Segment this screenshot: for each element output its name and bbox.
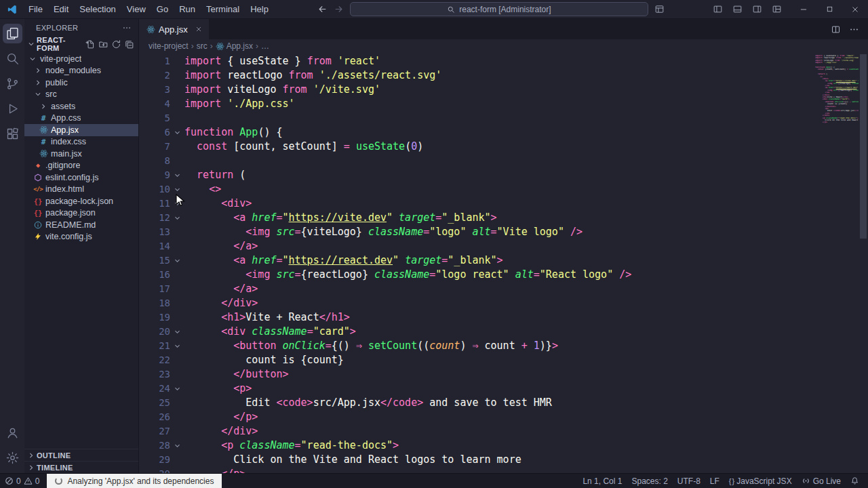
fold-toggle-icon[interactable] [170,197,184,211]
more-actions-icon[interactable] [122,23,132,33]
fold-toggle-icon[interactable] [170,339,184,353]
breadcrumb-App.jsx[interactable]: App.jsx [216,41,253,51]
status-language-mode[interactable]: { }JavaScript JSX [724,474,797,488]
code-line-4[interactable]: 4import './App.css' [139,97,868,111]
code-line-6[interactable]: 6function App() { [139,125,868,140]
fold-toggle-icon[interactable] [170,182,184,197]
code-line-27[interactable]: 27 </div> [139,424,868,439]
code-line-16[interactable]: 16 <img src={reactLogo} className="logo … [139,268,868,282]
fold-toggle-icon[interactable] [170,325,184,339]
code-line-3[interactable]: 3import viteLogo from '/vite.svg' [139,83,868,97]
nav-forward-icon[interactable] [334,4,344,14]
menu-file[interactable]: File [23,0,48,18]
code-line-2[interactable]: 2import reactLogo from './assets/react.s… [139,68,868,83]
activity-search[interactable] [0,46,24,71]
fold-toggle-icon[interactable] [170,168,184,182]
code-line-14[interactable]: 14 </a> [139,239,868,253]
menu-go[interactable]: Go [151,0,174,18]
code-line-28[interactable]: 28 <p className="read-the-docs"> [139,439,868,453]
tab-app-jsx[interactable]: App.jsx [139,19,210,39]
customize-layout-icon[interactable] [767,0,787,18]
code-line-30[interactable]: 30 </p> [139,467,868,473]
tree-item-vite-project[interactable]: vite-project [24,53,138,65]
tree-item-.gitignore[interactable]: ◆.gitignore [24,160,138,172]
status-indentation[interactable]: Spaces: 2 [627,474,672,488]
activity-explorer[interactable] [0,21,24,46]
tree-item-assets[interactable]: assets [24,100,138,113]
status-encoding[interactable]: UTF-8 [673,474,705,488]
code-line-29[interactable]: 29 Click on the Vite and React logos to … [139,453,868,467]
fold-toggle-icon[interactable] [170,382,184,396]
menu-view[interactable]: View [121,0,151,18]
status-eol[interactable]: LF [705,474,724,488]
menu-selection[interactable]: Selection [74,0,121,18]
panel-outline[interactable]: OUTLINE [24,449,138,461]
fold-toggle-icon[interactable] [170,211,184,225]
new-folder-icon[interactable] [98,39,108,49]
command-center-search[interactable]: react-form [Administrator] [350,2,648,16]
code-line-12[interactable]: 12 <a href="https://vite.dev" target="_b… [139,211,868,225]
breadcrumb-vite-project[interactable]: vite-project [149,41,189,51]
code-line-25[interactable]: 25 Edit <code>src/App.jsx</code> and sav… [139,396,868,410]
activity-settings[interactable] [0,445,24,470]
code-line-1[interactable]: 1import { useState } from 'react' [139,54,868,68]
code-line-17[interactable]: 17 </a> [139,282,868,296]
code-editor[interactable]: 1import { useState } from 'react'2import… [139,53,868,473]
tree-item-public[interactable]: public [24,77,138,89]
code-line-19[interactable]: 19 <h1>Vite + React</h1> [139,310,868,325]
tree-item-index.html[interactable]: </>index.html [24,184,138,196]
activity-extensions[interactable] [0,121,24,146]
tree-item-main.jsx[interactable]: main.jsx [24,148,138,160]
scrollbar-thumb[interactable] [860,54,867,239]
menu-edit[interactable]: Edit [48,0,74,18]
minimize-button[interactable] [791,0,816,18]
code-line-18[interactable]: 18 </div> [139,296,868,310]
toggle-sidebar-icon[interactable] [708,0,728,18]
code-line-7[interactable]: 7 const [count, setCount] = useState(0) [139,140,868,154]
status-go-live[interactable]: Go Live [797,474,846,488]
code-line-23[interactable]: 23 </button> [139,367,868,382]
close-icon[interactable] [195,25,203,33]
menu-help[interactable]: Help [245,0,274,18]
tree-item-src[interactable]: src [24,89,138,101]
status-notifications[interactable] [846,474,864,488]
menu-terminal[interactable]: Terminal [201,0,245,18]
code-line-21[interactable]: 21 <button onClick={() ⇒ setCount((count… [139,339,868,353]
editor-scrollbar[interactable] [859,53,868,473]
code-line-5[interactable]: 5 [139,111,868,125]
tree-item-eslint.config.js[interactable]: eslint.config.js [24,171,138,184]
tree-item-vite.config.js[interactable]: vite.config.js [24,231,138,243]
panel-timeline[interactable]: TIMELINE [24,461,138,473]
activity-run-debug[interactable] [0,96,24,121]
layout-control-icon[interactable] [654,4,665,14]
fold-toggle-icon[interactable] [170,253,184,268]
toggle-secondary-sidebar-icon[interactable] [747,0,767,18]
menu-run[interactable]: Run [174,0,201,18]
split-editor-icon[interactable] [827,24,844,35]
code-line-26[interactable]: 26 </p> [139,410,868,424]
refresh-icon[interactable] [111,39,121,49]
toggle-panel-icon[interactable] [728,0,747,18]
activity-source-control[interactable] [0,71,24,96]
code-line-11[interactable]: 11 <div> [139,197,868,211]
code-line-24[interactable]: 24 <p> [139,382,868,396]
collapse-all-icon[interactable] [124,39,134,49]
tree-item-node_modules[interactable]: node_modules [24,65,138,77]
fold-toggle-icon[interactable] [170,439,184,453]
close-window-button[interactable] [842,0,868,18]
breadcrumb-src[interactable]: src [197,41,208,51]
nav-back-icon[interactable] [317,4,328,14]
tree-item-App.css[interactable]: #App.css [24,113,138,125]
more-actions-icon[interactable] [846,24,863,35]
code-line-15[interactable]: 15 <a href="https://react.dev" target="_… [139,253,868,268]
tree-item-index.css[interactable]: #index.css [24,136,138,148]
code-line-13[interactable]: 13 <img src={viteLogo} className="logo" … [139,225,868,239]
project-section-header[interactable]: REACT-FORM [24,37,138,52]
activity-account[interactable] [0,420,24,445]
status-problems[interactable]: 0 0 [0,474,44,488]
tree-item-README.md[interactable]: README.md [24,219,138,231]
new-file-icon[interactable] [85,39,96,49]
code-line-20[interactable]: 20 <div className="card"> [139,325,868,339]
tree-item-package-lock.json[interactable]: {}package-lock.json [24,195,138,207]
tree-item-package.json[interactable]: {}package.json [24,207,138,220]
